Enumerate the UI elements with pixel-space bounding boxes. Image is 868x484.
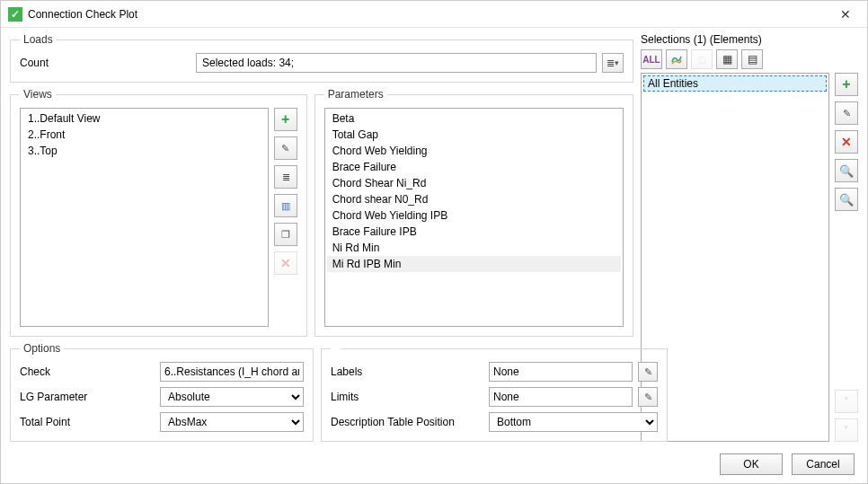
selections-list[interactable]: All Entities (641, 73, 829, 442)
close-button[interactable]: ✕ (831, 4, 860, 25)
loads-value-field[interactable]: Selected loads: 34; (196, 53, 597, 73)
parameter-item[interactable]: Ni Rd Min (327, 240, 621, 256)
selection-zoom-button[interactable]: 🔍 (835, 159, 858, 182)
x-icon: ✕ (841, 135, 852, 149)
loads-group: Loads Count Selected loads: 34; ≣ ▾ (10, 33, 633, 83)
loads-count-label: Count (20, 57, 190, 69)
views-item[interactable]: 1..Default View (22, 110, 266, 127)
parameters-list[interactable]: Beta Total Gap Chord Web Yielding Brace … (324, 108, 624, 327)
labels-field[interactable] (489, 362, 633, 382)
contour-icon (670, 53, 683, 66)
loads-legend: Loads (20, 33, 57, 46)
total-select[interactable]: AbsMax (160, 412, 304, 432)
parameter-item[interactable]: Chord Shear Ni_Rd (327, 175, 621, 191)
selection-zoom-all-button[interactable]: 🔍 (835, 188, 858, 211)
selection-add-button[interactable]: + (835, 73, 858, 96)
views-group: Views 1..Default View 2..Front 3..Top + … (10, 88, 307, 337)
limits-field[interactable] (489, 387, 633, 407)
selection-move-up-button[interactable]: ˄ (835, 390, 858, 413)
title-bar: ✓ Connection Check Plot ✕ (1, 1, 867, 28)
pencil-icon: ✎ (644, 366, 652, 378)
parameters-group: Parameters Beta Total Gap Chord Web Yiel… (314, 88, 633, 337)
table-icon: ▤ (748, 53, 757, 66)
views-delete-button[interactable]: ✕ (274, 251, 297, 275)
labels-edit-button[interactable]: ✎ (638, 362, 658, 382)
parameter-item[interactable]: Brace Failure (327, 159, 621, 175)
limits-label: Limits (331, 391, 483, 403)
desc-select[interactable]: Bottom (489, 412, 658, 432)
selections-all-button[interactable]: ALL (641, 49, 662, 69)
lg-select[interactable]: Absolute (160, 387, 304, 407)
limits-edit-button[interactable]: ✎ (638, 387, 658, 407)
loads-value-text: Selected loads: 34; (202, 57, 294, 69)
selection-remove-button[interactable]: ✕ (835, 130, 858, 154)
selections-disabled-button[interactable]: ◻ (691, 49, 713, 69)
cancel-button[interactable]: Cancel (792, 453, 855, 475)
views-toolbar-button-1[interactable]: ▥ (274, 194, 297, 217)
all-icon: ALL (642, 55, 660, 65)
window-title: Connection Check Plot (28, 8, 831, 21)
labels-label: Labels (331, 365, 483, 378)
total-label: Total Point (20, 416, 155, 428)
selection-entry[interactable]: All Entities (643, 75, 827, 92)
views-reorder-button[interactable]: ≣ (274, 165, 297, 189)
views-item[interactable]: 2..Front (22, 127, 266, 143)
views-list[interactable]: 1..Default View 2..Front 3..Top (20, 108, 269, 327)
check-label: Check (20, 365, 155, 378)
plus-icon: + (281, 111, 289, 128)
selections-grid-button[interactable]: ▦ (716, 49, 738, 69)
selections-table-button[interactable]: ▤ (741, 49, 763, 69)
parameter-item[interactable]: Mi Rd IPB Min (327, 256, 621, 272)
views-copy-button[interactable]: ❐ (274, 223, 297, 246)
chevron-down-icon: ▾ (615, 58, 619, 67)
parameter-item[interactable]: Chord shear N0_Rd (327, 191, 621, 207)
pencil-icon: ✎ (644, 392, 652, 403)
selections-header: Selections (1) (Elements) (641, 33, 858, 46)
options-legend: Options (20, 342, 64, 355)
chevron-down-icon: ˅ (844, 425, 849, 436)
views-add-button[interactable]: + (274, 108, 297, 131)
ok-button[interactable]: OK (720, 453, 783, 475)
reorder-icon: ≣ (282, 172, 289, 183)
grid-icon: ▦ (722, 53, 732, 66)
pencil-icon: ✎ (281, 143, 289, 154)
plus-icon: + (842, 76, 850, 92)
views-item[interactable]: 3..Top (22, 143, 266, 159)
app-check-icon: ✓ (8, 7, 22, 22)
selection-edit-button[interactable]: ✎ (835, 101, 858, 125)
bars-icon: ▥ (281, 200, 290, 212)
check-select[interactable] (160, 362, 304, 382)
x-icon: ✕ (280, 256, 291, 270)
dialog-footer: OK Cancel (1, 445, 867, 483)
selections-contour-button[interactable] (666, 49, 687, 69)
parameter-item[interactable]: Brace Failure IPB (327, 224, 621, 240)
desc-label: Description Table Position (331, 416, 483, 428)
views-edit-button[interactable]: ✎ (274, 136, 297, 160)
lg-label: LG Parameter (20, 391, 155, 403)
parameter-item[interactable]: Total Gap (327, 127, 621, 143)
list-icon: ≣ (607, 57, 614, 69)
selections-panel: Selections (1) (Elements) ALL ◻ ▦ ▤ All … (641, 33, 858, 442)
loads-list-button[interactable]: ≣ ▾ (602, 53, 624, 73)
parameter-item[interactable]: Beta (327, 110, 621, 127)
options-group: Options Check LG Parameter Absolute Tota… (10, 342, 314, 442)
views-legend: Views (20, 88, 56, 101)
blank-icon: ◻ (698, 54, 706, 66)
parameter-item[interactable]: Chord Web Yielding (327, 143, 621, 159)
magnifier-green-icon: 🔍 (839, 193, 854, 207)
selection-move-down-button[interactable]: ˅ (835, 418, 858, 442)
pencil-icon: ✎ (843, 108, 851, 119)
copy-icon: ❐ (281, 229, 290, 241)
parameter-item[interactable]: Chord Web Yielding IPB (327, 207, 621, 224)
magnifier-icon: 🔍 (839, 164, 854, 178)
display-group: . Labels ✎ Limits ✎ Description Table Po… (321, 342, 668, 442)
chevron-up-icon: ˄ (844, 396, 849, 408)
parameters-legend: Parameters (324, 88, 387, 101)
